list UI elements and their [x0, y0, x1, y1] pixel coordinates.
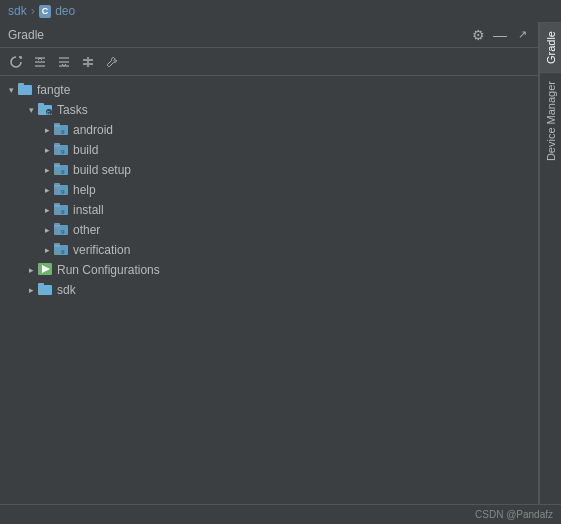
- tree-node-android[interactable]: g android: [0, 120, 538, 140]
- svg-rect-27: [54, 183, 60, 187]
- tree-node-install[interactable]: g install: [0, 200, 538, 220]
- minimize-icon[interactable]: —: [492, 27, 508, 43]
- build-setup-arrow[interactable]: [40, 163, 54, 177]
- install-icon: g: [54, 202, 70, 218]
- tasks-icon: G: [38, 102, 54, 118]
- build-icon: g: [54, 142, 70, 158]
- verification-arrow[interactable]: [40, 243, 54, 257]
- build-arrow[interactable]: [40, 143, 54, 157]
- link-button[interactable]: [78, 52, 98, 72]
- svg-text:g: g: [61, 228, 65, 234]
- svg-rect-24: [54, 163, 60, 167]
- tree-node-tasks[interactable]: G Tasks: [0, 100, 538, 120]
- gradle-tab[interactable]: Gradle: [540, 22, 561, 72]
- breadcrumb-sep: ›: [31, 4, 35, 18]
- breadcrumb: sdk › C deo: [8, 4, 75, 18]
- svg-rect-33: [54, 223, 60, 227]
- svg-text:g: g: [61, 168, 65, 174]
- gradle-panel: Gradle ⚙ — ↗: [0, 22, 539, 504]
- svg-rect-41: [38, 283, 44, 287]
- tree-node-help[interactable]: g help: [0, 180, 538, 200]
- install-arrow[interactable]: [40, 203, 54, 217]
- sdk-label: sdk: [57, 283, 76, 297]
- tree-node-fangte[interactable]: fangte: [0, 80, 538, 100]
- install-label: install: [73, 203, 104, 217]
- title-bar: sdk › C deo: [0, 0, 561, 22]
- gradle-tab-label: Gradle: [545, 31, 557, 64]
- svg-rect-36: [54, 243, 60, 247]
- android-arrow[interactable]: [40, 123, 54, 137]
- expand-icon[interactable]: ↗: [514, 28, 530, 41]
- svg-text:g: g: [61, 188, 65, 194]
- fangte-arrow[interactable]: [4, 83, 18, 97]
- device-manager-tab[interactable]: Device Manager: [540, 72, 561, 169]
- tasks-arrow[interactable]: [24, 103, 38, 117]
- svg-text:G: G: [47, 110, 51, 116]
- tree-node-build-setup[interactable]: g build setup: [0, 160, 538, 180]
- run-config-icon: [38, 262, 54, 278]
- watermark-text: CSDN @Pandafz: [475, 509, 553, 520]
- android-icon: g: [54, 122, 70, 138]
- collapse-all-button[interactable]: [54, 52, 74, 72]
- device-manager-tab-label: Device Manager: [545, 81, 557, 161]
- svg-rect-12: [18, 83, 24, 87]
- svg-text:g: g: [61, 128, 65, 134]
- svg-rect-14: [38, 103, 44, 107]
- android-label: android: [73, 123, 113, 137]
- refresh-button[interactable]: [6, 52, 26, 72]
- panel-title: Gradle: [8, 28, 44, 42]
- tree-area[interactable]: fangte G Tasks: [0, 76, 538, 504]
- toolbar: [0, 48, 538, 76]
- svg-rect-18: [54, 123, 60, 127]
- header-actions: ⚙ — ↗: [470, 27, 530, 43]
- svg-text:g: g: [61, 148, 65, 154]
- other-icon: g: [54, 222, 70, 238]
- right-tabs: Gradle Device Manager: [539, 22, 561, 504]
- sdk-link[interactable]: sdk: [8, 4, 27, 18]
- project-name: deo: [55, 4, 75, 18]
- svg-text:g: g: [61, 248, 65, 254]
- other-label: other: [73, 223, 100, 237]
- tree-node-sdk[interactable]: sdk: [0, 280, 538, 300]
- wrench-button[interactable]: [102, 52, 122, 72]
- other-arrow[interactable]: [40, 223, 54, 237]
- build-setup-icon: g: [54, 162, 70, 178]
- fangte-label: fangte: [37, 83, 70, 97]
- tree-node-run-config[interactable]: Run Configurations: [0, 260, 538, 280]
- bottom-bar: CSDN @Pandafz: [0, 504, 561, 524]
- fangte-icon: [18, 82, 34, 98]
- svg-rect-21: [54, 143, 60, 147]
- gradle-header: Gradle ⚙ — ↗: [0, 22, 538, 48]
- tasks-label: Tasks: [57, 103, 88, 117]
- build-label: build: [73, 143, 98, 157]
- settings-icon[interactable]: ⚙: [470, 27, 486, 43]
- verification-label: verification: [73, 243, 130, 257]
- build-setup-label: build setup: [73, 163, 131, 177]
- help-label: help: [73, 183, 96, 197]
- tree-node-build[interactable]: g build: [0, 140, 538, 160]
- tree-node-verification[interactable]: g verification: [0, 240, 538, 260]
- sdk-arrow[interactable]: [24, 283, 38, 297]
- run-config-label: Run Configurations: [57, 263, 160, 277]
- tree-node-other[interactable]: g other: [0, 220, 538, 240]
- expand-all-button[interactable]: [30, 52, 50, 72]
- lang-badge: C: [39, 5, 52, 18]
- sdk-icon: [38, 282, 54, 298]
- svg-rect-30: [54, 203, 60, 207]
- help-icon: g: [54, 182, 70, 198]
- help-arrow[interactable]: [40, 183, 54, 197]
- main-layout: Gradle ⚙ — ↗: [0, 22, 561, 504]
- run-config-arrow[interactable]: [24, 263, 38, 277]
- verification-icon: g: [54, 242, 70, 258]
- svg-text:g: g: [61, 208, 65, 214]
